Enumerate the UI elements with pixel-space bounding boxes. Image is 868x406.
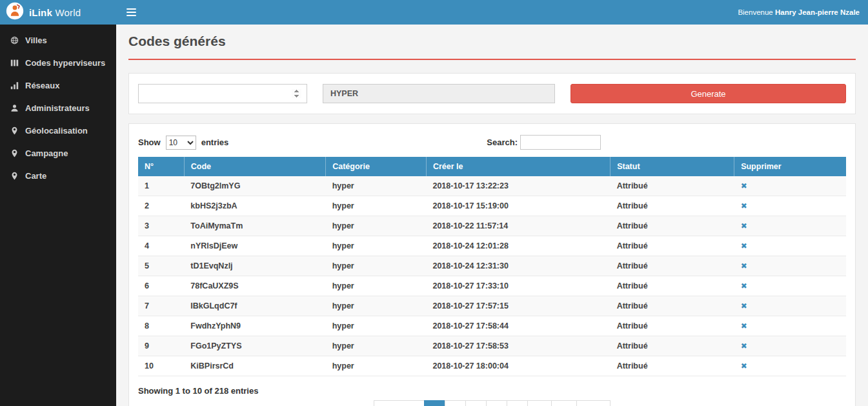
table-row: 2kbHS2j3zbAhyper2018-10-17 15:19:00Attri… xyxy=(138,196,846,216)
category-input[interactable] xyxy=(323,84,555,103)
cell-code: kbHS2j3zbA xyxy=(184,196,325,216)
cell-status: Attribué xyxy=(611,196,734,216)
pagination-page-2[interactable]: 2 xyxy=(445,400,466,406)
entries-label: entries xyxy=(201,137,229,147)
user-icon xyxy=(10,104,19,113)
pagination-ellipsis: … xyxy=(527,400,552,406)
codes-table: N° Code Catégorie Créer le Statut Suppri… xyxy=(138,157,846,376)
cell-code: ToAiMymaTm xyxy=(184,216,325,236)
codes-table-panel: Show 10 entries Search: N° Code Catég xyxy=(128,123,856,406)
delete-code-button[interactable]: ✖ xyxy=(741,321,747,330)
sidebar-item-codes-hyperviseurs[interactable]: Codes hyperviseurs xyxy=(0,52,116,74)
page-length-control: Show 10 entries xyxy=(138,136,228,150)
sidebar-item-campagne[interactable]: Campagne xyxy=(0,142,116,165)
delete-code-button[interactable]: ✖ xyxy=(741,281,747,290)
search-input[interactable] xyxy=(520,135,601,150)
cell-delete: ✖ xyxy=(734,296,846,316)
cell-delete: ✖ xyxy=(734,176,846,196)
pagination-next[interactable]: Next xyxy=(576,400,611,406)
cell-created: 2018-10-27 17:58:44 xyxy=(426,316,610,336)
delete-code-button[interactable]: ✖ xyxy=(741,221,747,230)
col-header-category: Catégorie xyxy=(326,157,427,176)
cell-created: 2018-10-24 12:31:30 xyxy=(426,256,610,276)
quantity-input[interactable] xyxy=(138,84,307,103)
delete-code-button[interactable]: ✖ xyxy=(741,201,747,210)
cell-category: hyper xyxy=(326,236,427,256)
sidebar-item-label: Réseaux xyxy=(25,81,59,90)
pagination-page-5[interactable]: 5 xyxy=(507,400,528,406)
cell-num: 10 xyxy=(138,356,184,376)
table-row: 7IBkGLqdC7fhyper2018-10-27 17:57:15Attri… xyxy=(138,296,846,316)
search-control: Search: xyxy=(487,135,601,150)
delete-code-button[interactable]: ✖ xyxy=(741,341,747,350)
welcome-prefix: Bienvenue xyxy=(738,8,772,16)
pagination-page-4[interactable]: 4 xyxy=(486,400,507,406)
cell-num: 8 xyxy=(138,316,184,336)
cell-created: 2018-10-27 18:00:04 xyxy=(426,356,610,376)
cell-delete: ✖ xyxy=(734,336,846,356)
cell-category: hyper xyxy=(326,296,427,316)
sidebar-item-geolocalisation[interactable]: Géolocalisation xyxy=(0,119,116,142)
cell-category: hyper xyxy=(326,176,427,196)
delete-code-button[interactable]: ✖ xyxy=(741,241,747,250)
col-header-num: N° xyxy=(138,157,184,176)
delete-code-button[interactable]: ✖ xyxy=(741,361,747,370)
delete-code-button[interactable]: ✖ xyxy=(741,181,747,190)
sidebar-item-administrateurs[interactable]: Administrateurs xyxy=(0,97,116,119)
cell-status: Attribué xyxy=(611,176,734,196)
table-row: 678fCaUXZ9Shyper2018-10-27 17:33:10Attri… xyxy=(138,276,846,296)
cell-status: Attribué xyxy=(611,256,734,276)
sidebar-item-carte[interactable]: Carte xyxy=(0,165,116,187)
pagination-previous[interactable]: Previous xyxy=(374,400,425,406)
cell-code: FwdhzYphN9 xyxy=(184,316,325,336)
show-label: Show xyxy=(138,137,161,147)
signal-icon xyxy=(10,81,19,90)
map-marker-icon xyxy=(10,149,19,158)
codes-table-body: 17OBtg2lmYGhyper2018-10-17 13:22:23Attri… xyxy=(138,176,846,376)
cell-created: 2018-10-17 15:19:00 xyxy=(426,196,610,216)
cell-delete: ✖ xyxy=(734,236,846,256)
cell-category: hyper xyxy=(326,356,427,376)
pagination: Previous12345…22Next xyxy=(138,400,846,406)
col-header-created: Créer le xyxy=(426,157,610,176)
brand-light: World xyxy=(55,7,81,18)
sidebar-item-label: Villes xyxy=(25,36,47,45)
cell-created: 2018-10-27 17:33:10 xyxy=(426,276,610,296)
cell-created: 2018-10-17 13:22:23 xyxy=(426,176,610,196)
brand[interactable]: iLink World xyxy=(0,0,116,25)
hamburger-icon xyxy=(126,8,136,10)
cell-num: 1 xyxy=(138,176,184,196)
cell-created: 2018-10-22 11:57:14 xyxy=(426,216,610,236)
cell-code: 78fCaUXZ9S xyxy=(184,276,325,296)
cell-delete: ✖ xyxy=(734,256,846,276)
search-label: Search: xyxy=(487,137,518,147)
page-length-select[interactable]: 10 xyxy=(166,136,196,150)
cell-code: FGo1PyZTYS xyxy=(184,336,325,356)
table-row: 3ToAiMymaTmhyper2018-10-22 11:57:14Attri… xyxy=(138,216,846,236)
cell-num: 3 xyxy=(138,216,184,236)
cell-created: 2018-10-24 12:01:28 xyxy=(426,236,610,256)
title-divider xyxy=(128,59,856,60)
delete-code-button[interactable]: ✖ xyxy=(741,301,747,310)
cell-code: tD1EvqNzlj xyxy=(184,256,325,276)
cell-category: hyper xyxy=(326,256,427,276)
sidebar-item-reseaux[interactable]: Réseaux xyxy=(0,74,116,97)
pagination-page-3[interactable]: 3 xyxy=(465,400,487,406)
cell-created: 2018-10-27 17:58:53 xyxy=(426,336,610,356)
sidebar-item-label: Campagne xyxy=(25,148,68,158)
sidebar-toggle-button[interactable] xyxy=(116,0,146,25)
cell-category: hyper xyxy=(326,216,427,236)
sidebar-item-label: Administrateurs xyxy=(25,103,90,113)
sidebar-item-villes[interactable]: Villes xyxy=(0,29,116,52)
pagination-page-1[interactable]: 1 xyxy=(424,400,445,406)
brand-text: iLink World xyxy=(29,7,81,18)
cell-num: 5 xyxy=(138,256,184,276)
sidebar: VillesCodes hyperviseursRéseauxAdministr… xyxy=(0,25,116,406)
pagination-page-22[interactable]: 22 xyxy=(551,400,577,406)
cell-category: hyper xyxy=(326,196,427,216)
cell-category: hyper xyxy=(326,316,427,336)
generate-button[interactable]: Generate xyxy=(570,84,846,103)
sidebar-item-label: Carte xyxy=(25,171,46,181)
delete-code-button[interactable]: ✖ xyxy=(741,261,747,270)
sidebar-menu: VillesCodes hyperviseursRéseauxAdministr… xyxy=(0,25,116,187)
